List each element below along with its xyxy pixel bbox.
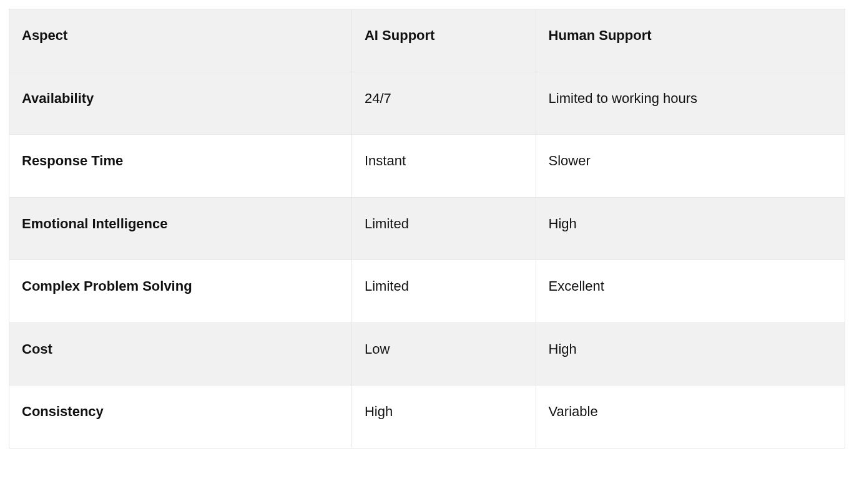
table-row: Emotional Intelligence Limited High bbox=[9, 197, 845, 260]
cell-ai-support: Instant bbox=[351, 135, 536, 198]
cell-human-support: Limited to working hours bbox=[536, 72, 845, 135]
table-row: Consistency High Variable bbox=[9, 385, 845, 448]
cell-aspect: Emotional Intelligence bbox=[9, 197, 352, 260]
cell-aspect: Availability bbox=[9, 72, 352, 135]
table-header-ai-support: AI Support bbox=[351, 9, 536, 72]
cell-ai-support: Limited bbox=[351, 260, 536, 323]
cell-ai-support: Low bbox=[351, 322, 536, 385]
table-header-aspect: Aspect bbox=[9, 9, 352, 72]
table-row: Cost Low High bbox=[9, 322, 845, 385]
table-row: Response Time Instant Slower bbox=[9, 135, 845, 198]
cell-human-support: High bbox=[536, 322, 845, 385]
cell-ai-support: 24/7 bbox=[351, 72, 536, 135]
cell-aspect: Cost bbox=[9, 322, 352, 385]
cell-ai-support: High bbox=[351, 385, 536, 448]
table-row: Complex Problem Solving Limited Excellen… bbox=[9, 260, 845, 323]
cell-human-support: Excellent bbox=[536, 260, 845, 323]
cell-human-support: Slower bbox=[536, 135, 845, 198]
table-header-row: Aspect AI Support Human Support bbox=[9, 9, 845, 72]
cell-aspect: Complex Problem Solving bbox=[9, 260, 352, 323]
cell-aspect: Consistency bbox=[9, 385, 352, 448]
cell-ai-support: Limited bbox=[351, 197, 536, 260]
cell-human-support: High bbox=[536, 197, 845, 260]
table-header-human-support: Human Support bbox=[536, 9, 845, 72]
comparison-table: Aspect AI Support Human Support Availabi… bbox=[9, 9, 845, 448]
cell-human-support: Variable bbox=[536, 385, 845, 448]
table-row: Availability 24/7 Limited to working hou… bbox=[9, 72, 845, 135]
cell-aspect: Response Time bbox=[9, 135, 352, 198]
